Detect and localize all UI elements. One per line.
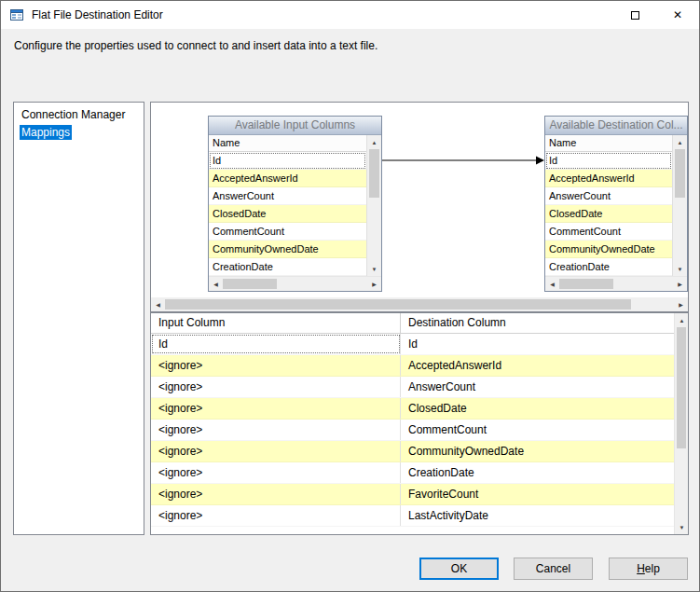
input-column-cell[interactable]: <ignore> <box>151 505 401 526</box>
window-title: Flat File Destination Editor <box>32 8 163 21</box>
button-label: Help <box>637 562 660 575</box>
maximize-icon <box>631 11 639 20</box>
mapping-connector-arrow[interactable] <box>382 153 544 168</box>
destination-column-row[interactable]: AnswerCount <box>545 187 672 205</box>
flat-file-destination-editor-dialog: Flat File Destination Editor ✕ Configure… <box>0 0 700 592</box>
sidebar-item-label: Mappings <box>20 125 72 140</box>
input-column-cell[interactable]: <ignore> <box>151 462 401 483</box>
scrollbar-track[interactable] <box>631 297 674 311</box>
scrollbar-track[interactable] <box>367 198 381 262</box>
scrollbar-thumb[interactable] <box>677 327 686 448</box>
input-column-cell[interactable]: Id <box>151 334 401 354</box>
dialog-description: Configure the properties used to connect… <box>14 39 377 52</box>
button-label: OK <box>451 562 467 575</box>
input-column-row[interactable]: Id <box>209 152 366 170</box>
scroll-down-icon[interactable]: ▼ <box>367 262 381 276</box>
scroll-up-icon[interactable]: ▲ <box>675 313 689 327</box>
destination-column-row[interactable]: CommunityOwnedDate <box>545 241 672 258</box>
input-column-row[interactable]: AcceptedAnswerId <box>209 170 366 187</box>
ok-button[interactable]: OK <box>419 558 499 580</box>
table-row: <ignore> CreationDate <box>151 462 674 484</box>
surface-horizontal-scrollbar[interactable]: ◀ ▶ <box>151 297 688 311</box>
input-column-cell[interactable]: <ignore> <box>151 420 401 440</box>
input-column-row[interactable]: CommunityOwnedDate <box>209 241 366 258</box>
app-icon <box>9 7 24 22</box>
input-column-row[interactable]: ClosedDate <box>209 205 366 223</box>
destination-column-header: Destination Column <box>401 313 674 333</box>
scroll-right-icon[interactable]: ▶ <box>673 277 687 291</box>
table-row: Id Id <box>151 334 674 355</box>
destination-column-cell[interactable]: CommentCount <box>401 420 674 440</box>
scrollbar-track[interactable] <box>675 448 688 520</box>
destination-column-row[interactable]: Id <box>545 152 672 170</box>
window-controls: ✕ <box>613 1 699 29</box>
scroll-up-icon[interactable]: ▲ <box>673 135 687 149</box>
input-box-vertical-scrollbar[interactable]: ▲ ▼ <box>367 135 381 276</box>
scrollbar-track[interactable] <box>277 277 367 291</box>
input-column-cell[interactable]: <ignore> <box>151 355 401 376</box>
input-box-body: Name Id AcceptedAnswerId AnswerCount Clo… <box>209 135 381 276</box>
input-column-cell[interactable]: <ignore> <box>151 484 401 504</box>
sidebar-item-connection-manager[interactable]: Connection Manager <box>14 105 144 123</box>
input-columns-list: Name Id AcceptedAnswerId AnswerCount Clo… <box>209 135 367 276</box>
mapping-designer-surface: Available Input Columns Name Id Accepted… <box>150 102 689 312</box>
table-row: <ignore> AcceptedAnswerId <box>151 355 674 377</box>
cancel-button[interactable]: Cancel <box>514 558 593 580</box>
destination-column-cell[interactable]: CreationDate <box>401 462 674 483</box>
destination-column-cell[interactable]: Id <box>401 334 674 354</box>
scrollbar-thumb[interactable] <box>369 149 379 198</box>
input-column-cell[interactable]: <ignore> <box>151 441 401 461</box>
destination-column-row[interactable]: AcceptedAnswerId <box>545 170 672 187</box>
destination-column-row[interactable]: ClosedDate <box>545 205 672 223</box>
input-column-cell[interactable]: <ignore> <box>151 398 401 419</box>
sidebar-item-mappings[interactable]: Mappings <box>14 123 144 141</box>
destination-box-vertical-scrollbar[interactable]: ▲ ▼ <box>673 135 687 276</box>
close-button[interactable]: ✕ <box>656 1 699 29</box>
destination-column-cell[interactable]: AcceptedAnswerId <box>401 355 674 376</box>
destination-column-row[interactable]: CommentCount <box>545 223 672 241</box>
destination-column-row[interactable]: CreationDate <box>545 258 672 276</box>
scroll-down-icon[interactable]: ▼ <box>675 520 689 534</box>
scrollbar-track[interactable] <box>613 277 673 291</box>
title-bar: Flat File Destination Editor ✕ <box>1 1 699 29</box>
destination-column-cell[interactable]: AnswerCount <box>401 377 674 397</box>
input-box-horizontal-scrollbar[interactable]: ◀ ▶ <box>209 276 381 291</box>
available-input-columns-box[interactable]: Available Input Columns Name Id Accepted… <box>208 116 382 292</box>
table-row: <ignore> ClosedDate <box>151 398 674 420</box>
destination-columns-header: Name <box>545 135 672 152</box>
destination-column-cell[interactable]: ClosedDate <box>401 398 674 419</box>
destination-column-cell[interactable]: CommunityOwnedDate <box>401 441 674 461</box>
scroll-left-icon[interactable]: ◀ <box>545 277 559 291</box>
scroll-up-icon[interactable]: ▲ <box>367 135 381 149</box>
table-row: <ignore> AnswerCount <box>151 377 674 398</box>
input-column-row[interactable]: CommentCount <box>209 223 366 241</box>
input-box-title: Available Input Columns <box>209 117 381 135</box>
destination-box-body: Name Id AcceptedAnswerId AnswerCount Clo… <box>545 135 687 276</box>
maximize-button[interactable] <box>613 1 656 29</box>
input-column-cell[interactable]: <ignore> <box>151 377 401 397</box>
destination-column-cell[interactable]: LastActivityDate <box>401 505 674 526</box>
column-mapping-table-inner: Input Column Destination Column Id Id <i… <box>151 313 674 534</box>
scrollbar-thumb[interactable] <box>675 149 685 198</box>
scrollbar-track[interactable] <box>673 198 687 262</box>
scroll-down-icon[interactable]: ▼ <box>673 262 687 276</box>
available-destination-columns-box[interactable]: Available Destination Col... Name Id Acc… <box>544 116 688 292</box>
pages-list: Connection Manager Mappings <box>13 102 144 535</box>
table-vertical-scrollbar[interactable]: ▲ ▼ <box>674 313 688 534</box>
table-row: <ignore> CommentCount <box>151 420 674 441</box>
destination-column-cell[interactable]: FavoriteCount <box>401 484 674 504</box>
destination-box-horizontal-scrollbar[interactable]: ◀ ▶ <box>545 276 687 291</box>
table-row: <ignore> FavoriteCount <box>151 484 674 505</box>
scroll-right-icon[interactable]: ▶ <box>674 297 688 311</box>
column-mapping-table: Input Column Destination Column Id Id <i… <box>150 312 689 535</box>
scroll-left-icon[interactable]: ◀ <box>209 277 223 291</box>
scroll-left-icon[interactable]: ◀ <box>151 297 165 311</box>
scrollbar-thumb[interactable] <box>223 279 277 289</box>
scrollbar-thumb[interactable] <box>559 279 613 289</box>
scroll-right-icon[interactable]: ▶ <box>367 277 381 291</box>
scrollbar-thumb[interactable] <box>165 299 631 310</box>
input-column-row[interactable]: AnswerCount <box>209 187 366 205</box>
input-column-row[interactable]: CreationDate <box>209 258 366 276</box>
help-button[interactable]: Help <box>609 558 688 580</box>
button-label: Cancel <box>536 562 570 575</box>
